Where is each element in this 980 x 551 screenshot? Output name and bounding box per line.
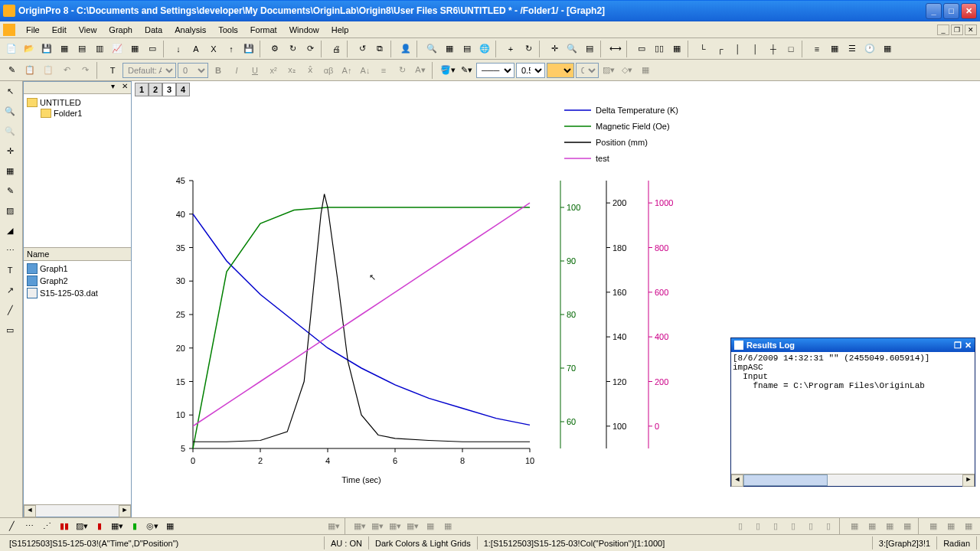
new-project-button[interactable]: 📄 [3,41,20,57]
scroll-right-button[interactable]: ► [119,505,131,517]
supersubscript-button[interactable]: x̂ [302,62,318,79]
arrange1-button[interactable]: ▯ [732,518,749,535]
template-plot-button[interactable]: ▦ [162,518,178,535]
font-size-combo[interactable]: 0 [178,63,208,78]
symbol-interior-button[interactable]: ▦ [637,62,654,79]
command-window-button[interactable]: ▤ [459,41,475,57]
open-button[interactable]: 📂 [21,41,38,57]
pie-plot-button[interactable]: ▮ [91,518,108,535]
text-tool-button[interactable]: T [104,62,121,79]
refresh-button[interactable]: ↺ [354,41,371,57]
save-template-button[interactable]: 💾 [240,41,257,57]
add-text-button[interactable]: ≡ [808,41,825,57]
axis-right-button[interactable]: │ [747,41,764,57]
line-width-combo[interactable]: 0.5 [516,63,545,78]
save-button[interactable]: 💾 [38,41,55,57]
menu-data[interactable]: Data [139,24,168,36]
slide-show-button[interactable]: 🌐 [476,41,493,57]
decrease-font-button[interactable]: A↓ [357,62,374,79]
axis-top-button[interactable]: ┌ [712,41,729,57]
panel2-button[interactable]: ▯▯ [651,41,668,57]
arrange4-button[interactable]: ▯ [785,518,802,535]
line-color-button[interactable]: ✎▾ [458,62,475,79]
font-color-button[interactable]: A▾ [412,62,429,79]
scroll-left-button[interactable]: ◄ [24,505,36,517]
pointer-tool[interactable]: ↖ [2,83,18,99]
linescatter-plot-button[interactable]: ⋰ [38,518,55,535]
zoom-in-tool[interactable]: 🔍 [2,103,18,119]
axis-bottom-button[interactable]: └ [694,41,711,57]
bold-button[interactable]: B [210,62,227,79]
font-combo[interactable]: Default: Ar [122,63,176,78]
bring-forward-button[interactable]: ▦ [960,518,977,535]
import-ascii-button[interactable]: A [188,41,204,57]
send-back-button[interactable]: ▦ [942,518,959,535]
menu-help[interactable]: Help [325,24,355,36]
list-item[interactable]: S15-125-03.dat [25,287,129,299]
menu-tools[interactable]: Tools [212,24,244,36]
pattern-combo[interactable] [547,63,574,78]
scroll-right-button[interactable]: ► [962,474,975,487]
paste-format-button[interactable]: 📋 [40,62,57,79]
axis-left-button[interactable]: │ [730,41,746,57]
duplicate-button[interactable]: ⧉ [371,41,388,57]
rotate-button[interactable]: ↻ [394,62,410,79]
layer-tab-2[interactable]: 2 [149,83,162,96]
bring-front-button[interactable]: ▦ [925,518,942,535]
group3-button[interactable]: ▦ [881,518,898,535]
area-plot-button[interactable]: ▨▾ [74,518,90,535]
draw-data-tool[interactable]: ✎ [2,182,18,199]
plot-area[interactable]: Delta Temperature (K)Magnetic Field (Oe)… [147,96,821,510]
new-graph-button[interactable]: 📈 [109,41,126,57]
system-menu-icon[interactable] [3,24,15,36]
group1-button[interactable]: ▦ [846,518,863,535]
mdi-minimize[interactable]: _ [937,24,949,35]
add-layer-button[interactable]: ▦ [826,41,843,57]
object4-button[interactable]: ▦▾ [387,518,403,535]
symbol-size-combo[interactable]: 0 [576,63,599,78]
batch-button[interactable]: ⚙ [266,41,283,57]
list-item[interactable]: Graph2 [25,275,129,287]
layer-tab-1[interactable]: 1 [135,83,149,96]
arrange5-button[interactable]: ▯ [802,518,819,535]
panel1-button[interactable]: ▭ [633,41,650,57]
new-excel-button[interactable]: ▥ [91,41,108,57]
symbol-fill-button[interactable]: ▨▾ [600,62,617,79]
menu-format[interactable]: Format [244,24,283,36]
rect-tool[interactable]: ▭ [2,321,18,338]
group2-button[interactable]: ▦ [864,518,880,535]
template-button[interactable]: ▦ [56,41,73,57]
tree-folder[interactable]: Folder1 [27,108,128,119]
import-excel-button[interactable]: X [205,41,222,57]
recalc-all-button[interactable]: ⟳ [302,41,318,57]
mdi-restore[interactable]: ❐ [951,24,963,35]
increase-font-button[interactable]: A↑ [338,62,355,79]
superscript-button[interactable]: x² [265,62,282,79]
axis-frame-button[interactable]: □ [782,41,799,57]
data-selector-button[interactable]: ⟷ [607,41,624,57]
screen-reader-button[interactable]: ▤ [581,41,598,57]
object7-button[interactable]: ▦ [439,518,456,535]
arrange3-button[interactable]: ▯ [767,518,784,535]
arrow-tool[interactable]: ↗ [2,282,18,298]
results-log-close[interactable]: ✕ [965,341,972,350]
date-stamp-button[interactable]: 🕐 [861,41,878,57]
apply-theme-button[interactable]: ✎ [3,62,20,79]
menu-edit[interactable]: Edit [46,24,73,36]
import-wizard-button[interactable]: ↓ [170,41,187,57]
xy-scale-button[interactable]: ▦ [879,41,896,57]
scatter-plot-button[interactable]: ⋯ [21,518,38,535]
object2-button[interactable]: ▦▾ [351,518,368,535]
3d-plot-button[interactable]: ▦▾ [109,518,126,535]
object5-button[interactable]: ▦▾ [404,518,421,535]
refresh2-button[interactable]: ↻ [520,41,537,57]
rescale-tool[interactable]: ✛ [2,142,18,159]
underline-button[interactable]: U [247,62,263,79]
redo-button[interactable]: ↷ [77,62,93,79]
code-builder-button[interactable]: 👤 [397,41,414,57]
list-header[interactable]: Name [24,247,131,261]
recalc-button[interactable]: ↻ [284,41,301,57]
mdi-close[interactable]: ✕ [965,24,977,35]
close-button[interactable]: ✕ [961,3,977,19]
fill-color-button[interactable]: 🪣▾ [439,62,456,79]
